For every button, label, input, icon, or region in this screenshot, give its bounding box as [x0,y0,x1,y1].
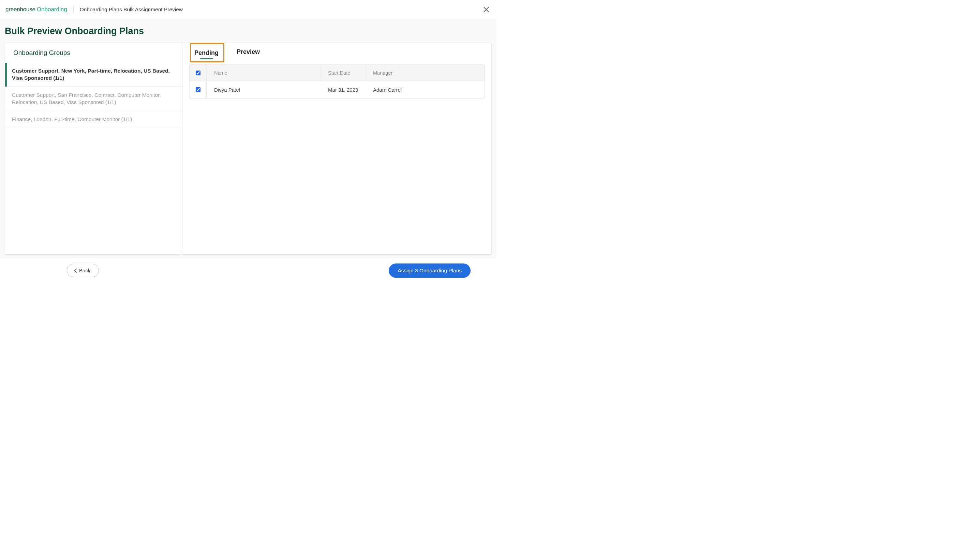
logo-greenhouse: greenhouse [5,6,35,13]
sidebar: Onboarding Groups Customer Support, New … [5,43,182,254]
tabs: Pending Preview [189,43,485,62]
sidebar-item-group[interactable]: Finance, London, Full-time, Computer Mon… [5,111,182,128]
page-title: Bulk Preview Onboarding Plans [5,26,492,36]
tab-preview[interactable]: Preview [236,43,260,62]
page-body: Bulk Preview Onboarding Plans Onboarding… [0,19,497,258]
back-button[interactable]: Back [67,264,99,277]
logo-onboarding: Onboarding [37,6,67,13]
table-header-row: Name Start Date Manager [190,65,484,81]
sidebar-item-group[interactable]: Customer Support, New York, Part-time, R… [5,63,182,87]
select-all-checkbox[interactable] [196,71,200,75]
main-panel: Onboarding Groups Customer Support, New … [5,43,492,255]
main-content: Pending Preview Name Start Date Manager [182,43,492,254]
assign-button[interactable]: Assign 3 Onboarding Plans [389,263,470,278]
table-cell-start-date: Mar 31, 2023 [321,81,366,98]
breadcrumb: Onboarding Plans Bulk Assignment Preview [80,7,183,13]
close-button[interactable] [482,5,490,14]
sidebar-item-group[interactable]: Customer Support, San Francisco, Contrac… [5,87,182,111]
close-icon [483,7,489,13]
back-button-label: Back [79,268,90,273]
header-bar: greenhouse Onboarding Onboarding Plans B… [0,0,497,19]
table-header-start-date: Start Date [321,65,366,81]
table-cell-manager: Adam Carrol [366,81,484,98]
row-checkbox[interactable] [196,87,200,92]
table-cell-name: Divya Patel [207,81,321,98]
table-header-name: Name [207,65,321,81]
pending-table: Name Start Date Manager Divya Patel Mar … [189,64,485,99]
footer-bar: Back Assign 3 Onboarding Plans [0,258,497,283]
table-row: Divya Patel Mar 31, 2023 Adam Carrol [190,81,484,98]
table-cell-checkbox [190,81,207,98]
highlight-annotation: Pending [190,43,224,62]
chevron-left-icon [74,269,77,273]
logo: greenhouse Onboarding [5,6,74,13]
table-header-checkbox-cell [190,65,207,81]
tab-pending[interactable]: Pending [194,44,219,61]
table-header-manager: Manager [366,65,484,81]
sidebar-title: Onboarding Groups [5,43,182,63]
